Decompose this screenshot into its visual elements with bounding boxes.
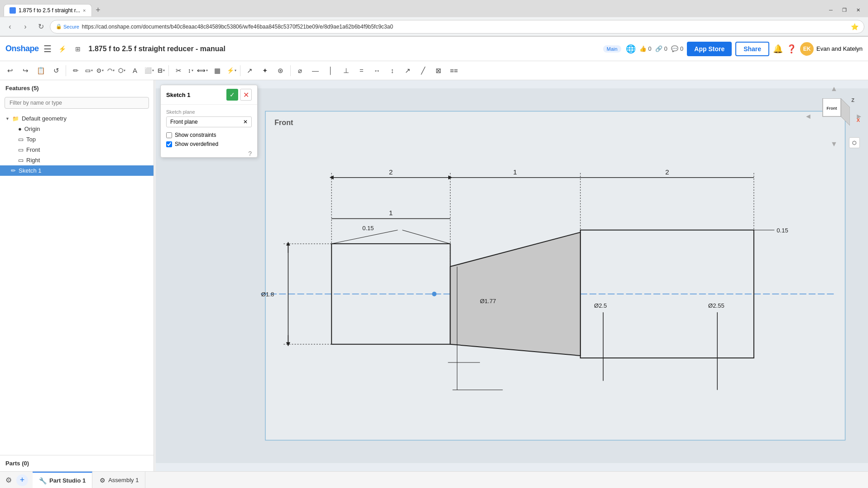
perp-btn[interactable]: ⊥ (339, 63, 354, 78)
cube-z-label: Z (851, 97, 854, 103)
svg-text:0.15: 0.15 (362, 225, 374, 232)
rebuild-btn[interactable]: ↺ (49, 63, 63, 78)
default-geometry-label: Default geometry (22, 115, 67, 122)
default-geometry-icon: 📁 (12, 116, 19, 122)
sketch-ok-button[interactable]: ✓ (226, 89, 238, 101)
tab-close-btn[interactable]: × (83, 8, 86, 13)
dimension-btn[interactable]: ⚡ ▾ (225, 66, 238, 75)
like-area[interactable]: 👍 0 (639, 45, 652, 52)
feature-front[interactable]: ▭ Front (0, 145, 153, 155)
hamburger-menu[interactable]: ☰ (43, 43, 52, 54)
pierce-btn[interactable]: ✦ (258, 63, 273, 78)
user-area[interactable]: EK Evan and Katelyn (800, 42, 863, 56)
parallel-btn[interactable]: ↕ (385, 63, 400, 78)
sketch-panel: Sketch 1 ✓ ✕ Sketch plane Front plane ✕ … (160, 85, 258, 158)
sketch-close-button[interactable]: ✕ (240, 89, 252, 101)
arc-icon: ◠ (107, 67, 112, 74)
nav-cube-up-arrow[interactable]: ▲ (830, 85, 838, 93)
show-constraints-checkbox[interactable] (166, 132, 172, 138)
feature-right[interactable]: ▭ Right (0, 155, 153, 165)
feature-origin[interactable]: ● Origin (0, 124, 153, 134)
mirror-btn[interactable]: ⟺ ▾ (196, 66, 209, 75)
trim-btn[interactable]: ✂ (171, 63, 186, 78)
help-icon[interactable]: ❓ (786, 44, 796, 54)
nav-cube-down-arrow[interactable]: ▼ (830, 140, 838, 148)
feature-sketch1[interactable]: ✏ Sketch 1 (0, 165, 153, 176)
restore-btn[interactable]: ❐ (838, 5, 851, 15)
show-overdefined-checkbox[interactable] (166, 141, 172, 147)
rectangle-btn[interactable]: ▭ ▾ (84, 66, 94, 75)
tab-settings-icon[interactable]: ⚙ (3, 474, 14, 486)
undo-btn[interactable]: ↩ (3, 63, 17, 78)
tab-bar: 1.875 f to 2.5 f straight r... × + ─ ❐ ✕ (0, 0, 868, 17)
vertical-btn[interactable]: │ (324, 63, 338, 78)
share-button[interactable]: Share (735, 42, 769, 56)
minimize-btn[interactable]: ─ (825, 5, 837, 15)
filter-icon[interactable]: ⚡ (56, 43, 69, 55)
filter-input[interactable] (5, 97, 149, 109)
cube-view-btn[interactable]: ⬡ (849, 137, 860, 148)
measure-btn[interactable]: ⌀ (293, 63, 307, 78)
globe-icon[interactable]: 🌐 (626, 44, 636, 54)
forward-btn[interactable]: › (19, 20, 32, 33)
rectangle-icon: ▭ (85, 67, 91, 74)
link-area[interactable]: 🔗 0 (655, 45, 667, 52)
canvas-area[interactable]: Sketch 1 ✓ ✕ Sketch plane Front plane ✕ … (156, 80, 868, 471)
project-btn[interactable]: ⊛ (273, 63, 288, 78)
assembly-tab[interactable]: ⚙ Assembly 1 (93, 472, 145, 488)
fix-btn[interactable]: ⊠ (432, 63, 446, 78)
equal-btn[interactable]: = (355, 63, 369, 78)
right-plane-icon: ▭ (18, 157, 24, 164)
notification-icon[interactable]: 🔔 (773, 44, 783, 54)
arc-btn[interactable]: ◠ ▾ (106, 66, 116, 75)
nav-cube-body: Front (814, 98, 850, 135)
default-geometry-item[interactable]: ▼ 📁 Default geometry (0, 113, 153, 124)
part-studio-tab[interactable]: 🔧 Part Studio 1 (33, 472, 92, 488)
svg-text:2: 2 (665, 168, 669, 176)
coincident-btn[interactable]: — (308, 63, 323, 78)
thumbs-up-icon: 👍 (639, 45, 647, 52)
feature-top-label: Top (26, 136, 36, 143)
transform-btn[interactable]: ↕ ▾ (187, 66, 195, 75)
url-search-icon[interactable]: ⭐ (851, 23, 858, 30)
search-filter (5, 97, 149, 109)
drawing-canvas[interactable]: Front 2 1 2 (156, 80, 868, 471)
sym-btn[interactable]: ≡≡ (447, 63, 461, 78)
linear-pattern-btn[interactable]: ▦ (210, 63, 225, 78)
new-tab-btn[interactable]: + (92, 4, 105, 16)
svg-text:Ø1.77: Ø1.77 (480, 298, 496, 304)
feature-top[interactable]: ▭ Top (0, 134, 153, 145)
part-studio-icon: 🔧 (39, 477, 47, 484)
redo-btn[interactable]: ↪ (18, 63, 33, 78)
close-btn[interactable]: ✕ (852, 5, 864, 15)
copy-btn[interactable]: 📋 (34, 63, 48, 78)
sep3 (240, 65, 240, 76)
offset-btn[interactable]: ⬜ ▾ (143, 66, 155, 75)
refresh-btn[interactable]: ↻ (34, 20, 47, 33)
secure-badge: 🔒 Secure (56, 24, 79, 29)
sketch-plane-value: Front plane (170, 119, 198, 125)
back-btn[interactable]: ‹ (4, 20, 16, 33)
nav-cube-left-arrow[interactable]: ◄ (805, 112, 812, 121)
tab-actions: ⚙ + (3, 472, 32, 488)
app-store-button[interactable]: App Store (687, 42, 732, 56)
midpoint-btn[interactable]: ↗ (401, 63, 415, 78)
constraints-btn[interactable]: ⊟ ▾ (156, 66, 166, 75)
sketch-plane-dropdown[interactable]: Front plane ✕ (166, 116, 252, 127)
horiz-btn[interactable]: ↔ (370, 63, 384, 78)
onshape-logo[interactable]: Onshape (5, 44, 39, 53)
line-btn[interactable]: ✏ (68, 63, 83, 78)
sketch-panel-buttons: ✓ ✕ (226, 89, 252, 101)
use-btn[interactable]: ↗ (243, 63, 257, 78)
active-tab[interactable]: 1.875 f to 2.5 f straight r... × (4, 4, 92, 16)
add-tab-btn[interactable]: + (16, 474, 28, 486)
assembly-label: Assembly 1 (108, 477, 139, 483)
circle-btn[interactable]: ⊙ ▾ (95, 66, 105, 75)
url-bar[interactable]: 🔒 Secure https://cad.onshape.com/documen… (50, 20, 864, 34)
text-btn[interactable]: A (128, 63, 142, 78)
polygon-btn[interactable]: ⬡ ▾ (117, 66, 127, 75)
tangent-btn[interactable]: ╱ (416, 63, 431, 78)
comment-area[interactable]: 💬 0 (671, 45, 683, 52)
grid-icon[interactable]: ⊞ (72, 43, 84, 55)
help-question-icon[interactable]: ? (248, 150, 252, 157)
